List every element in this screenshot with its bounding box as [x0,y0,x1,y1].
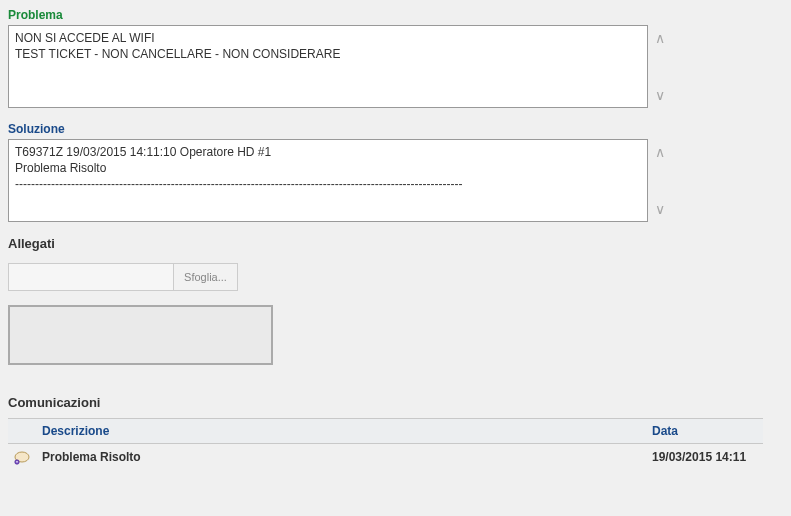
col-data-header[interactable]: Data [646,419,763,444]
soluzione-scrollbar[interactable]: ∧ ∨ [651,139,669,222]
col-descrizione-header[interactable]: Descrizione [36,419,646,444]
soluzione-textarea[interactable]: T69371Z 19/03/2015 14:11:10 Operatore HD… [8,139,648,222]
row-descrizione: Problema Risolto [36,444,646,471]
attachment-preview-box [8,305,273,365]
table-header-row: Descrizione Data [8,419,763,444]
table-row[interactable]: Problema Risolto 19/03/2015 14:11 [8,444,763,471]
upload-row: Sfoglia... [8,263,783,291]
problema-container: NON SI ACCEDE AL WIFI TEST TICKET - NON … [8,25,673,108]
problema-scrollbar[interactable]: ∧ ∨ [651,25,669,108]
scroll-up-icon[interactable]: ∧ [651,145,669,159]
soluzione-container: T69371Z 19/03/2015 14:11:10 Operatore HD… [8,139,673,222]
soluzione-label: Soluzione [8,122,783,136]
scroll-down-icon[interactable]: ∨ [651,88,669,102]
col-icon-header [8,419,36,444]
row-data: 19/03/2015 14:11 [646,444,763,471]
scroll-down-icon[interactable]: ∨ [651,202,669,216]
upload-filename-field[interactable] [8,263,173,291]
problema-textarea[interactable]: NON SI ACCEDE AL WIFI TEST TICKET - NON … [8,25,648,108]
row-icon-cell [8,444,36,471]
problema-label: Problema [8,8,783,22]
comunicazioni-label: Comunicazioni [8,395,783,410]
browse-button[interactable]: Sfoglia... [173,263,238,291]
comunicazioni-table: Descrizione Data Problema Risolto 19/03/… [8,418,763,471]
message-icon [14,451,30,465]
scroll-up-icon[interactable]: ∧ [651,31,669,45]
allegati-label: Allegati [8,236,783,251]
